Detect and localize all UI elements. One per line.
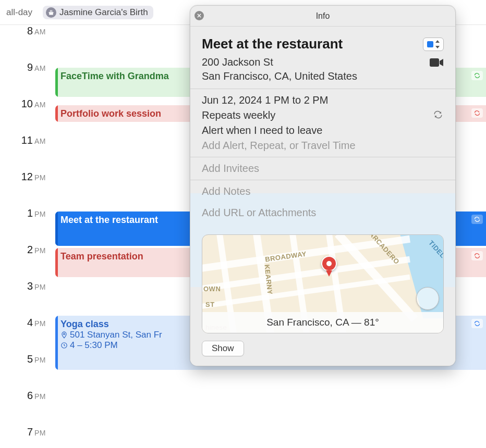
add-url-link[interactable]: Add URL or Attachments: [202, 207, 444, 219]
event-location-map[interactable]: Broadway Kearny Embarcadero own St Tidel…: [202, 234, 444, 333]
gift-icon: [46, 7, 56, 18]
color-swatch-icon: [427, 41, 433, 47]
location-pin-icon: [60, 331, 68, 339]
recur-icon: [471, 251, 483, 260]
calendar-color-picker[interactable]: [423, 38, 444, 51]
event-repeat-field[interactable]: Repeats weekly: [202, 109, 275, 121]
chevron-updown-icon: [435, 40, 440, 48]
allday-label: all-day: [6, 7, 32, 18]
svg-rect-2: [430, 58, 439, 67]
street-label: own: [203, 285, 221, 293]
recur-icon: [471, 319, 483, 328]
popover-title: Info: [316, 11, 330, 21]
event-info-popover: Info Meet at the restaurant 200 Jackson …: [190, 5, 456, 366]
recur-icon: [471, 71, 483, 80]
add-alert-link[interactable]: Add Alert, Repeat, or Travel Time: [202, 140, 444, 152]
street-label: Broadway: [264, 250, 307, 263]
compass-button[interactable]: [416, 287, 439, 310]
event-location-field[interactable]: 200 Jackson St San Francisco, CA, United…: [202, 55, 357, 83]
map-pin-icon: [321, 256, 337, 278]
calendar-day-view: all-day Jasmine Garcia's Birth 8AM 9AM 1…: [0, 0, 486, 448]
add-invitees-link[interactable]: Add Invitees: [202, 163, 444, 175]
street-label: St: [205, 301, 215, 308]
video-call-icon[interactable]: [429, 57, 444, 68]
add-notes-link[interactable]: Add Notes: [202, 185, 444, 197]
svg-point-0: [64, 333, 65, 335]
close-button[interactable]: [195, 11, 204, 20]
event-title-field[interactable]: Meet at the restaurant: [202, 36, 343, 52]
hours-column: 8AM 9AM 10AM 11AM 12PM 1PM 2PM 3PM 4PM 5…: [0, 25, 52, 448]
allday-event-title: Jasmine Garcia's Birth: [59, 7, 148, 18]
allday-event-chip[interactable]: Jasmine Garcia's Birth: [43, 6, 153, 19]
show-button[interactable]: Show: [202, 341, 244, 356]
recur-icon: [471, 215, 483, 224]
event-alert-field[interactable]: Alert when I need to leave: [202, 125, 444, 136]
recur-icon: [471, 108, 483, 118]
repeat-icon: [432, 110, 444, 121]
clock-icon: [60, 342, 68, 349]
popover-header: Info: [190, 6, 455, 27]
event-datetime-field[interactable]: Jun 12, 2024 1 PM to 2 PM: [202, 94, 444, 106]
map-footer-label: San Francisco, CA — 81°: [202, 312, 443, 333]
